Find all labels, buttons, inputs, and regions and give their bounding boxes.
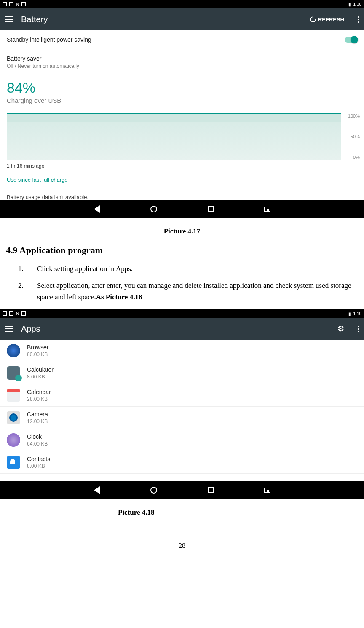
app-icon <box>7 411 20 424</box>
clock-text-2: 1:19 <box>353 311 361 316</box>
battery-status-icon: ▮ <box>348 2 351 7</box>
app-text: Contacts8.00 KB <box>27 456 50 469</box>
app-text: Calendar28.00 KB <box>27 389 51 402</box>
instruction-2-text: Select application, after enter, you can… <box>37 282 351 301</box>
n-icon: N <box>16 311 19 316</box>
battery-chart-y-labels: 100% 50% 0% <box>341 113 360 160</box>
chart-timestamp: 1 hr 16 mins ago <box>0 160 364 169</box>
section-number: 4.9 <box>6 245 18 255</box>
app-bar-2: Apps ⚙ <box>0 318 364 340</box>
status-icons-right-2: ▮ 1:19 <box>348 311 361 316</box>
refresh-icon <box>309 15 317 23</box>
battery-status-icon: ▮ <box>348 311 351 316</box>
battery-percent: 84% <box>7 80 357 96</box>
app-bar: Battery REFRESH <box>0 8 364 30</box>
app-bar-title-2: Apps <box>21 324 330 334</box>
battery-chart[interactable]: 100% 50% 0% <box>0 113 364 160</box>
overflow-icon[interactable] <box>358 16 359 23</box>
app-icon <box>21 311 26 316</box>
caption-1: Picture 4.17 <box>0 227 364 236</box>
instruction-list: Click setting application in Apps. Selec… <box>25 263 364 303</box>
refresh-button[interactable]: REFRESH <box>310 16 344 23</box>
nav-bar <box>0 200 364 218</box>
standby-row[interactable]: Standby intelligent power saving <box>0 30 364 49</box>
app-name: Calculator <box>27 366 54 373</box>
clock-text: 1:18 <box>353 2 361 7</box>
section-title: Application program <box>19 245 103 255</box>
gallery-icon <box>3 311 7 316</box>
battery-saver-title: Battery saver <box>7 55 79 62</box>
screenshot-apps: N ▮ 1:19 Apps ⚙ Browser80.00 KBCalculato… <box>0 309 364 499</box>
battery-saver-sub: Off / Never turn on automatically <box>7 63 79 69</box>
nav-recent-icon[interactable] <box>208 487 214 493</box>
battery-saver-row[interactable]: Battery saver Off / Never turn on automa… <box>0 49 364 75</box>
app-size: 64.00 KB <box>27 441 48 447</box>
refresh-label: REFRESH <box>318 16 344 23</box>
app-row[interactable]: Contacts8.00 KB <box>0 451 364 474</box>
menu-icon[interactable] <box>5 326 13 332</box>
nav-home-icon[interactable] <box>150 487 157 494</box>
overflow-icon[interactable] <box>358 326 359 332</box>
instruction-1: Click setting application in Apps. <box>25 263 364 274</box>
app-row[interactable]: Camera12.00 KB <box>0 407 364 429</box>
app-size: 28.00 KB <box>27 396 51 402</box>
app-icon <box>7 389 20 402</box>
page-number: 28 <box>0 542 364 550</box>
nav-back-icon[interactable] <box>94 486 100 494</box>
use-since-link[interactable]: Use since last full charge <box>0 169 364 188</box>
nav-pip-icon[interactable] <box>264 207 270 212</box>
nav-back-icon[interactable] <box>94 205 100 213</box>
gallery-icon <box>3 2 7 6</box>
app-text: Clock64.00 KB <box>27 433 48 447</box>
status-icons-right: ▮ 1:18 <box>348 2 361 7</box>
app-row[interactable]: Calendar28.00 KB <box>0 384 364 407</box>
app-name: Calendar <box>27 389 51 395</box>
section-heading: 4.9 Application program <box>6 245 364 256</box>
app-row[interactable]: Calculator8.00 KB <box>0 362 364 384</box>
y-0: 0% <box>344 155 360 160</box>
gear-icon[interactable]: ⚙ <box>337 324 344 333</box>
app-row[interactable]: Browser80.00 KB <box>0 340 364 362</box>
standby-title: Standby intelligent power saving <box>7 36 91 43</box>
sd-icon <box>9 311 13 316</box>
app-icon <box>7 366 20 380</box>
app-text: Calculator8.00 KB <box>27 366 54 380</box>
app-icon <box>7 456 20 469</box>
instruction-2: Select application, after enter, you can… <box>25 280 364 303</box>
app-size: 12.00 KB <box>27 419 48 424</box>
app-size: 80.00 KB <box>27 352 48 357</box>
app-name: Camera <box>27 411 48 418</box>
n-icon: N <box>16 2 19 7</box>
status-bar-2: N ▮ 1:19 <box>0 309 364 318</box>
app-text: Camera12.00 KB <box>27 411 48 424</box>
standby-toggle[interactable] <box>345 37 357 43</box>
apps-list[interactable]: Browser80.00 KBCalculator8.00 KBCalendar… <box>0 340 364 474</box>
instruction-2-bold: As Picture 4.18 <box>96 293 142 301</box>
app-name: Browser <box>27 344 48 351</box>
app-bar-title: Battery <box>21 15 302 24</box>
app-name: Clock <box>27 433 48 440</box>
y-50: 50% <box>344 134 360 139</box>
app-text: Browser80.00 KB <box>27 344 48 357</box>
app-name: Contacts <box>27 456 50 462</box>
menu-icon[interactable] <box>5 16 13 22</box>
battery-unavailable-text: Battery usage data isn't available. <box>0 188 364 200</box>
app-size: 8.00 KB <box>27 463 50 469</box>
sd-icon <box>9 2 13 6</box>
status-bar: N ▮ 1:18 <box>0 0 364 8</box>
app-row[interactable]: Clock64.00 KB <box>0 429 364 451</box>
app-icon <box>7 344 20 357</box>
nav-bar-2 <box>0 481 364 499</box>
nav-recent-icon[interactable] <box>208 206 214 212</box>
battery-chart-area <box>7 113 341 160</box>
status-icons-left-2: N <box>3 311 26 316</box>
status-icons-left: N <box>3 2 26 7</box>
caption-2: Picture 4.18 <box>0 508 364 517</box>
app-icon <box>7 433 20 447</box>
app-icon <box>21 2 26 6</box>
y-100: 100% <box>344 113 360 118</box>
screenshot-battery: N ▮ 1:18 Battery REFRESH Standby intelli… <box>0 0 364 218</box>
nav-pip-icon[interactable] <box>264 488 270 493</box>
battery-status-text: Charging over USB <box>7 97 357 104</box>
nav-home-icon[interactable] <box>150 206 157 212</box>
